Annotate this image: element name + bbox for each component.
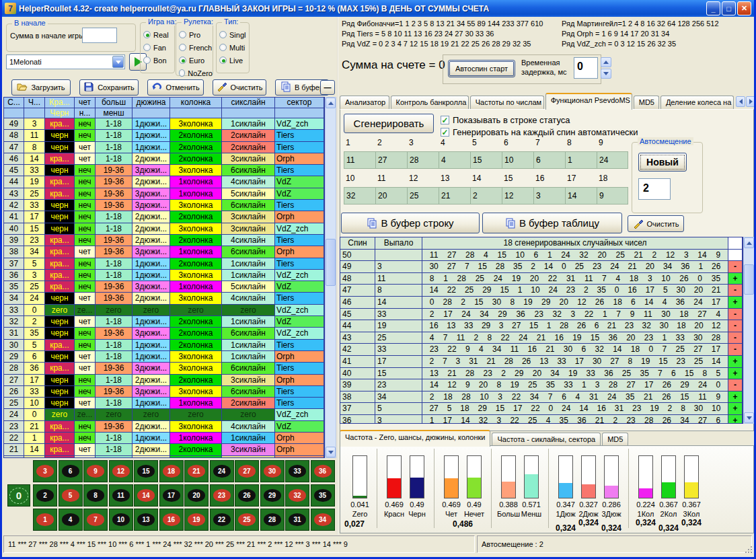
checkbox-checked-icon[interactable]: ✓ [441,116,449,124]
radio-icon[interactable] [179,57,186,64]
autoshift-value-input[interactable]: 2 [638,178,671,200]
history-header[interactable]: чет [75,98,96,108]
spins-row[interactable]: 4811812825241920223111741831026035+ [340,273,743,285]
history-row[interactable]: 4614кра...чет1-182дюжи...2колонка3сиклай… [4,153,324,165]
copy-table-button[interactable]: В буфер таблицу [482,213,622,233]
history-row[interactable]: 4325кра...неч19-363дюжи...1колонка5сикла… [4,188,324,200]
history-row[interactable]: 2836кра...чет19-363дюжи...3колонка6сикла… [4,363,324,374]
board-cell-18[interactable]: 18 [159,460,184,482]
combobox-dropdown-icon[interactable] [112,56,124,68]
board-cell-0[interactable]: 0 [7,484,30,507]
load-button[interactable]: Загрузить [11,79,71,96]
minimize-button[interactable]: _ [706,1,720,15]
history-row[interactable]: 322чернчет1-181дюжи...2колонка1сиклайнVd… [4,316,324,328]
board-cell-4[interactable]: 4 [59,509,83,531]
board-cell-27[interactable]: 27 [235,460,259,482]
history-row[interactable]: 2014кра...чет1-182дюжи...2колонка3сиклай… [4,456,324,458]
board-cell-29[interactable]: 29 [260,484,285,507]
spins-row[interactable]: 3834218281032234764312435212615119+ [340,392,743,404]
board-cell-9[interactable]: 9 [83,460,108,482]
board-cell-6[interactable]: 6 [59,460,83,482]
history-row[interactable]: 4015черннеч1-182дюжи...3колонка3сиклайнV… [4,223,324,235]
delay-input[interactable]: 0 [574,57,598,79]
board-cell-35[interactable]: 35 [311,484,335,507]
board-cell-7[interactable]: 7 [83,509,108,531]
history-header[interactable]: колонка [170,98,222,108]
tabs-scroll-right-icon[interactable] [746,96,755,107]
history-header[interactable] [222,108,275,119]
spins-row[interactable]: 42332322943411162130632141807252717- [340,344,743,356]
spins-row[interactable]: 39231412920819253533132827172629240- [340,379,743,392]
spins-row[interactable]: 49330277152835214025232421203436126- [340,261,743,273]
tab-3[interactable]: Частоты по числам [470,96,544,110]
board-cell-30[interactable]: 30 [260,460,285,482]
board-cell-25[interactable]: 25 [235,509,259,531]
radio-icon[interactable] [143,57,151,64]
spins-row[interactable]: 50112728415106124322025212123149 [340,250,743,262]
history-row[interactable]: 330zeroze...zerozerozerozeroVdZ_zch [4,305,324,316]
delay-spin-up-icon[interactable] [601,57,611,67]
history-row[interactable]: 4811черннеч1-181дюжи...2колонка2сиклайнT… [4,130,324,141]
history-row[interactable]: 3834кра...чет19-363дюжи...1колонка6сикла… [4,246,324,258]
board-cell-12[interactable]: 12 [109,460,133,482]
history-header[interactable]: Ч... [24,98,45,108]
board-cell-20[interactable]: 20 [184,484,209,507]
radio-option-french[interactable]: French [179,41,213,54]
history-row[interactable]: 3424чернчет19-362дюжи...3колонка4сиклайн… [4,293,324,304]
tabs-scroll-left-icon[interactable] [736,96,745,107]
radio-icon[interactable] [179,31,186,38]
board-cell-2[interactable]: 2 [33,484,57,507]
spins-scrollbar[interactable] [743,237,755,424]
board-cell-22[interactable]: 22 [210,509,234,531]
start-sum-input[interactable] [82,28,117,43]
copy-row-button[interactable]: В буфер строку [341,213,480,233]
scroll-down-icon[interactable] [326,447,336,457]
history-scrollbar-thumb[interactable] [326,239,336,286]
history-row[interactable]: 493кра...неч1-181дюжи...3колонка1сиклайн… [4,118,324,130]
spins-row[interactable]: 411727331212826133317302781915232514+ [340,356,743,368]
spins-row[interactable]: 40151321282322920341933362535761585+ [340,368,743,380]
radio-icon[interactable] [219,44,227,51]
radio-icon[interactable] [143,31,151,38]
board-cell-5[interactable]: 5 [59,484,83,507]
board-cell-32[interactable]: 32 [285,484,309,507]
history-header[interactable]: сектор [275,98,324,108]
autoshift-new-button[interactable]: Новый [638,153,687,172]
collapse-button[interactable]: — [320,80,335,95]
autospin-start-button[interactable]: Автоспин старт [448,60,515,77]
history-header[interactable]: н... [75,108,96,119]
radio-icon[interactable] [219,31,227,38]
scroll-up-icon[interactable] [744,237,754,248]
board-cell-8[interactable]: 8 [83,484,108,507]
history-header[interactable]: дюжина [133,98,170,108]
radio-option-real[interactable]: Real [143,28,174,41]
history-row[interactable]: 4117черннеч1-182дюжи...2колонка3сиклайнO… [4,211,324,223]
board-cell-3[interactable]: 3 [33,460,57,482]
clear-generator-button[interactable]: Очистить [628,215,684,232]
history-row[interactable]: 3923кра...неч19-362дюжи...2колонка4сикла… [4,235,324,246]
spins-row[interactable]: 37527518291517220241416312319283010+ [340,403,743,415]
spins-scrollbar-thumb[interactable] [744,264,754,295]
tab-1[interactable]: Анализатор [340,96,389,110]
history-row[interactable]: 3525кра...неч19-363дюжи...1колонка5сикла… [4,281,324,293]
spins-row[interactable]: 47814222529151102423235016175302021- [340,285,743,297]
spins-row[interactable]: 3631171432322254353621223282634276+ [340,415,743,424]
checkbox-show-status[interactable]: ✓ Показывать в строке статуса [441,115,570,125]
board-cell-17[interactable]: 17 [159,484,184,507]
history-header[interactable]: С... [4,98,24,108]
history-header[interactable] [275,108,324,119]
checkbox-auto-generate[interactable]: ✓ Генерировать на каждый спин автоматиче… [441,127,638,137]
history-header[interactable]: Кра... [45,98,75,108]
board-cell-28[interactable]: 28 [260,509,285,531]
history-header[interactable] [170,108,222,119]
board-cell-36[interactable]: 36 [311,460,335,482]
radio-icon[interactable] [179,44,186,51]
title-bar[interactable]: 7 HelperRoullet 4.32- create helperroull… [2,0,754,17]
radio-option-nozero[interactable]: NoZero [179,67,213,79]
board-cell-33[interactable]: 33 [285,460,309,482]
history-row[interactable]: 240zeroze...zerozerozerozeroVdZ_zch [4,409,324,420]
close-button[interactable]: ✕ [737,1,751,15]
history-row[interactable]: 2633черннеч19-363дюжи...3колонка6сиклайн… [4,386,324,398]
board-cell-31[interactable]: 31 [285,509,309,531]
tab-2[interactable]: Контроль банкролла [391,96,469,110]
